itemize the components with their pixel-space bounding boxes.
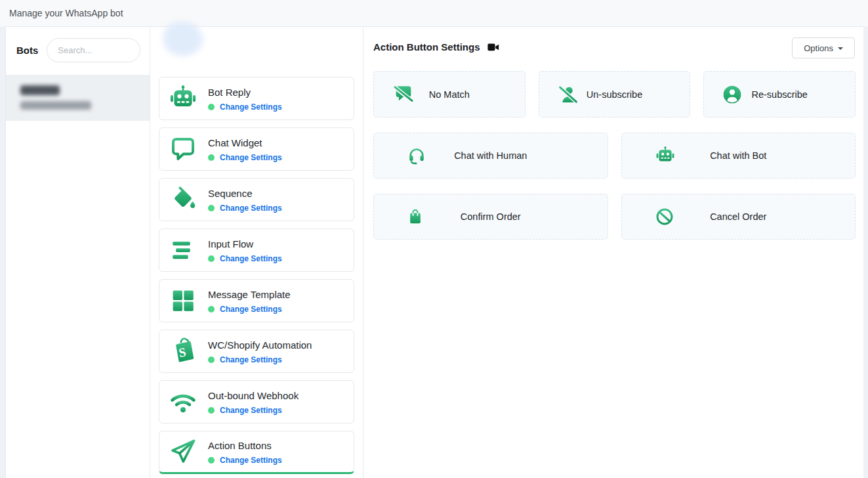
action-button-label: Chat with Human [454, 150, 527, 161]
change-settings-link[interactable]: Change Settings [220, 102, 282, 112]
status-dot [208, 154, 215, 161]
action-button-label: Confirm Order [461, 211, 521, 222]
action-button-label: Un-subscribe [587, 89, 642, 100]
change-settings-link[interactable]: Change Settings [220, 254, 282, 263]
action-button-label: No Match [429, 89, 470, 100]
page-title: Manage your WhatsApp bot [9, 8, 123, 18]
status-dot [208, 407, 215, 414]
main-container: Bots [5, 26, 863, 478]
bot-search-input[interactable] [47, 38, 140, 62]
feature-card-bot-reply[interactable]: Bot Reply Change Settings [159, 77, 354, 120]
chevron-down-icon [838, 47, 843, 50]
user-circle-icon [722, 84, 743, 105]
bots-sidebar: Bots [6, 27, 150, 478]
redacted-bot-phone [20, 101, 91, 110]
action-button-label: Chat with Bot [710, 150, 766, 161]
action-button-unsubscribe[interactable]: Un-subscribe [539, 71, 691, 118]
robot-icon [166, 83, 200, 114]
action-button-chat-with-human[interactable]: Chat with Human [373, 133, 608, 179]
action-button-confirm-order[interactable]: Confirm Order [373, 194, 608, 240]
list-bars-icon [166, 234, 200, 266]
action-button-chat-with-bot[interactable]: Chat with Bot [621, 133, 856, 179]
feature-card-sequence[interactable]: Sequence Change Settings [159, 178, 354, 221]
change-settings-link[interactable]: Change Settings [220, 406, 282, 415]
change-settings-link[interactable]: Change Settings [220, 305, 282, 314]
chat-bubble-icon [166, 133, 200, 165]
action-button-resubscribe[interactable]: Re-subscribe [703, 71, 856, 118]
redacted-bot-name [20, 85, 60, 95]
feature-title: Input Flow [208, 238, 282, 250]
shopping-bag-icon [407, 207, 424, 227]
options-dropdown-button[interactable]: Options [792, 37, 855, 58]
video-tutorial-icon[interactable] [487, 43, 499, 52]
panel-title: Action Button Settings [373, 41, 480, 53]
wifi-icon [166, 386, 200, 418]
status-dot [208, 306, 215, 313]
ban-icon [655, 207, 674, 227]
feature-title: Bot Reply [208, 87, 282, 98]
feature-title: Action Buttons [208, 440, 282, 451]
status-dot [208, 457, 215, 464]
feature-title: Chat Widget [208, 137, 282, 148]
headset-icon [407, 145, 426, 166]
change-settings-link[interactable]: Change Settings [220, 153, 282, 162]
feature-card-outbound-webhook[interactable]: Out-bound Webhook Change Settings [159, 380, 354, 424]
feature-title: Message Template [208, 289, 291, 300]
action-button-label: Cancel Order [710, 211, 766, 222]
top-bar: Manage your WhatsApp bot [0, 0, 868, 26]
action-button-settings-panel: Action Button Settings Options [363, 27, 863, 478]
feature-title: Out-bound Webhook [208, 390, 299, 401]
paper-plane-icon [166, 436, 200, 467]
status-dot [208, 255, 215, 262]
feature-card-input-flow[interactable]: Input Flow Change Settings [159, 228, 354, 272]
chat-slash-icon [392, 83, 415, 106]
paint-bucket-icon [166, 184, 200, 215]
feature-card-chat-widget[interactable]: Chat Widget Change Settings [159, 127, 354, 171]
change-settings-link[interactable]: Change Settings [220, 204, 282, 213]
blurred-avatar [163, 22, 203, 56]
change-settings-link[interactable]: Change Settings [220, 355, 282, 364]
feature-card-shopify-automation[interactable]: S WC/Shopify Automation Change Settings [159, 330, 354, 373]
features-column: Bot Reply Change Settings Chat Widget [150, 27, 363, 478]
bots-heading: Bots [16, 45, 38, 56]
bot-list-item-selected[interactable] [6, 75, 150, 121]
user-slash-icon [557, 83, 579, 106]
feature-card-message-template[interactable]: Message Template Change Settings [159, 279, 354, 322]
options-label: Options [804, 43, 833, 53]
robot-icon [655, 146, 676, 166]
grid-icon [166, 285, 200, 316]
action-button-no-match[interactable]: No Match [373, 71, 526, 118]
feature-title: WC/Shopify Automation [208, 339, 312, 351]
change-settings-link[interactable]: Change Settings [220, 456, 282, 465]
status-dot [208, 357, 215, 363]
status-dot [208, 104, 215, 110]
feature-title: Sequence [208, 188, 282, 199]
action-button-label: Re-subscribe [751, 89, 807, 100]
action-button-cancel-order[interactable]: Cancel Order [621, 194, 856, 240]
shopify-bag-icon: S [166, 336, 200, 367]
feature-card-action-buttons[interactable]: Action Buttons Change Settings [159, 431, 354, 474]
status-dot [208, 205, 215, 211]
